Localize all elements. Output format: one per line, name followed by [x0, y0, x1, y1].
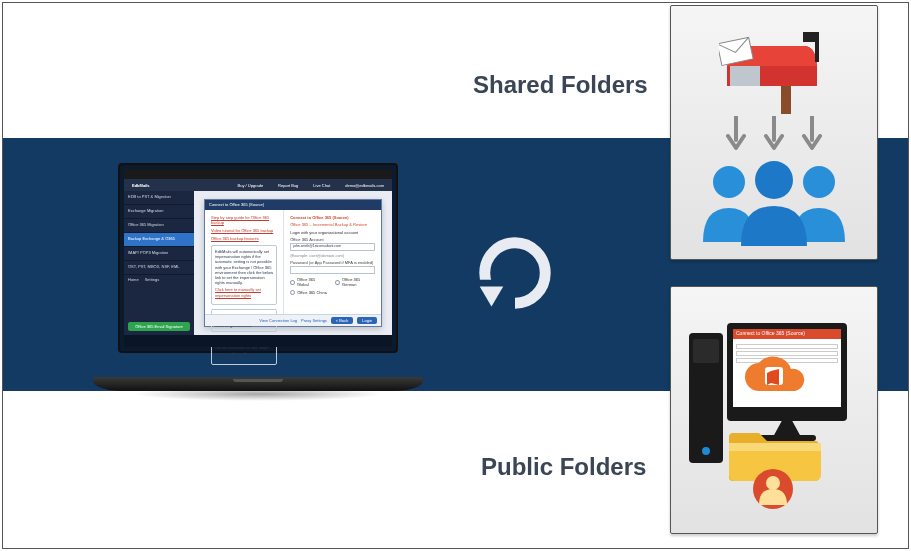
nav-account[interactable]: demo@edbmails.com — [345, 183, 384, 188]
shared-folders-label: Shared Folders — [473, 71, 648, 99]
account-input[interactable]: john.smith@1stconsultant.com — [290, 243, 375, 251]
people-group-icon — [689, 156, 859, 246]
info-note: EdbMails will automatically set imperson… — [211, 245, 277, 305]
windows-taskbar — [124, 335, 392, 347]
public-folders-label: Public Folders — [481, 453, 646, 481]
radio-label: Office 365 China — [297, 290, 327, 295]
window-titlebar — [124, 169, 392, 179]
svg-point-12 — [755, 161, 793, 199]
svg-point-10 — [713, 166, 745, 198]
password-input[interactable] — [290, 266, 375, 274]
sidebar-item[interactable]: Exchange Migration — [124, 205, 194, 219]
login-button[interactable]: Login — [357, 317, 377, 324]
app-sidebar: EDB to PST & Migration Exchange Migratio… — [124, 191, 194, 335]
sidebar-item[interactable]: EDB to PST & Migration — [124, 191, 194, 205]
app-body: EDB to PST & Migration Exchange Migratio… — [124, 191, 392, 335]
help-link[interactable]: Step by step guide for Office 365 backup — [211, 215, 277, 225]
nav-chat[interactable]: Live Chat — [313, 183, 330, 188]
canvas-frame: EdbMails Buy / Upgrade Report Bug Live C… — [2, 2, 909, 549]
svg-rect-14 — [729, 443, 821, 451]
form-title: Connect to Office 365 (Source) — [290, 215, 375, 220]
back-button[interactable]: < Back — [331, 317, 353, 324]
sidebar-cta[interactable]: Office 365 Email Signature — [128, 322, 190, 331]
svg-rect-4 — [781, 84, 791, 114]
main-pane: Connect to Office 365 (Source) Step by s… — [194, 191, 392, 335]
cloud-office-icon — [741, 355, 805, 399]
sidebar-item[interactable]: IMAP/ POP3 Migration — [124, 247, 194, 261]
monitor-title: Connect to Office 365 (Source) — [733, 329, 841, 339]
laptop-screen: EdbMails Buy / Upgrade Report Bug Live C… — [118, 163, 398, 353]
password-label: Password (or App Password if MFA is enab… — [290, 260, 375, 265]
connect-dialog: Connect to Office 365 (Source) Step by s… — [204, 199, 382, 327]
sidebar-settings[interactable]: Settings — [145, 277, 159, 282]
account-label: Office 365 Account — [290, 237, 375, 242]
svg-rect-9 — [803, 32, 817, 42]
radio-label: Office 365 German — [342, 277, 375, 287]
radio-label: Office 365 Global — [297, 277, 327, 287]
svg-point-11 — [803, 166, 835, 198]
arrow-down-icon — [802, 116, 822, 152]
nav-report[interactable]: Report Bug — [278, 183, 298, 188]
arrow-down-icon — [726, 116, 746, 152]
distribution-arrows — [671, 116, 877, 152]
dialog-title: Connect to Office 365 (Source) — [205, 200, 381, 210]
form-subtitle: Office 365 – Incremental Backup & Restor… — [290, 222, 375, 227]
refresh-icon — [473, 231, 557, 315]
sidebar-home[interactable]: Home — [128, 277, 139, 282]
right-column: Connect to Office 365 (Source) — [670, 3, 878, 548]
help-link[interactable]: Office 365 backup features — [211, 236, 277, 241]
note-text: EdbMails will automatically set imperson… — [215, 249, 273, 285]
public-folders-illustration: Connect to Office 365 (Source) — [689, 315, 859, 500]
nav-brand: EdbMails — [132, 183, 150, 188]
dialog-body: Step by step guide for Office 365 backup… — [205, 210, 381, 314]
proxy-link[interactable]: Proxy Settings — [301, 318, 327, 323]
shared-folders-card — [670, 5, 878, 260]
laptop-illustration: EdbMails Buy / Upgrade Report Bug Live C… — [103, 163, 413, 383]
dialog-right: Connect to Office 365 (Source) Office 36… — [284, 210, 381, 314]
sidebar-item[interactable]: OST, PST, MBOX, NSF, EML — [124, 261, 194, 275]
public-folders-card: Connect to Office 365 (Source) — [670, 286, 878, 534]
help-link[interactable]: Video tutorial for Office 365 backup — [211, 228, 277, 233]
set-rights-link[interactable]: Click here to manually set impersonation… — [215, 287, 273, 297]
person-icon — [751, 467, 795, 515]
app-top-nav: EdbMails Buy / Upgrade Report Bug Live C… — [124, 179, 392, 191]
mailbox-icon — [719, 26, 829, 120]
dialog-footer: View Connection Log Proxy Settings < Bac… — [205, 314, 381, 326]
svg-rect-6 — [730, 66, 760, 86]
radio-global[interactable]: Office 365 Global — [290, 277, 327, 287]
view-log-link[interactable]: View Connection Log — [259, 318, 297, 323]
account-hint: (Example: user@domain.com) — [290, 253, 375, 258]
app-window: EdbMails Buy / Upgrade Report Bug Live C… — [124, 169, 392, 347]
sidebar-item[interactable]: Office 365 Migration — [124, 219, 194, 233]
radio-china[interactable]: Office 365 China — [290, 290, 327, 295]
arrow-down-icon — [764, 116, 784, 152]
server-icon — [689, 333, 723, 463]
svg-point-16 — [766, 476, 780, 490]
login-heading: Login with your organizational account — [290, 230, 375, 235]
laptop-base — [93, 377, 423, 391]
radio-german[interactable]: Office 365 German — [335, 277, 375, 287]
nav-buy[interactable]: Buy / Upgrade — [238, 183, 264, 188]
sidebar-item-active[interactable]: Backup Exchange & O365 — [124, 233, 194, 247]
dialog-left: Step by step guide for Office 365 backup… — [205, 210, 284, 314]
